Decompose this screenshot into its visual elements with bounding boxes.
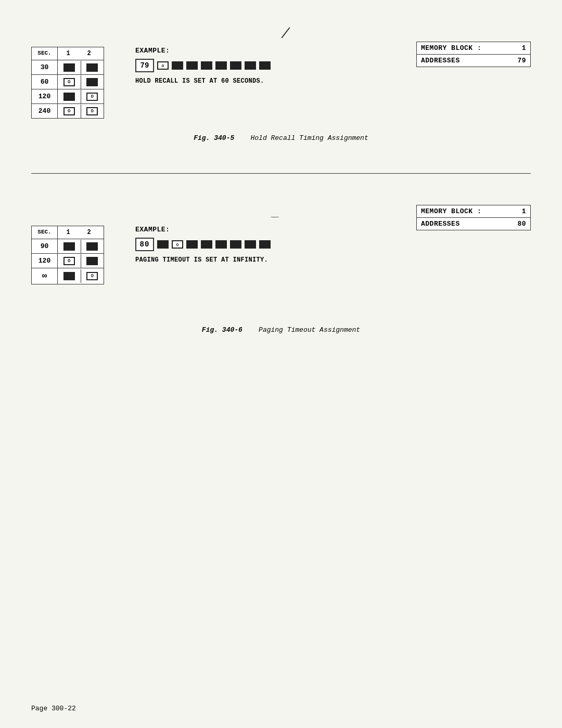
fig-title-2: Paging Timeout Assignment bbox=[259, 326, 360, 334]
slash-mark: / bbox=[281, 26, 290, 42]
figure-caption-1: Fig. 340-5 Hold Recall Timing Assignment bbox=[31, 134, 531, 142]
fig-number-2: Fig. 340-6 bbox=[202, 326, 242, 334]
switch-solid-icon bbox=[63, 242, 75, 251]
table-row: 120 bbox=[32, 254, 104, 268]
table-header-2: SEC. 1 2 bbox=[32, 226, 104, 239]
switch-cell-2 bbox=[81, 90, 104, 103]
addresses-value-1: 79 bbox=[510, 57, 526, 64]
switch-solid-icon bbox=[86, 78, 98, 86]
switch-solid-icon bbox=[186, 61, 198, 70]
switch-circle-icon bbox=[63, 78, 75, 86]
table-row: 30 bbox=[32, 60, 104, 75]
sec-value: 90 bbox=[32, 239, 58, 253]
switch-cells bbox=[58, 105, 104, 118]
switch-solid-icon bbox=[186, 240, 198, 249]
switch-circle-icon bbox=[86, 107, 98, 115]
switch-solid-icon bbox=[259, 61, 271, 70]
switch-solid-icon bbox=[245, 61, 256, 70]
timing-table-2: SEC. 1 2 90 120 ∞ bbox=[31, 226, 104, 284]
switch-circle-icon bbox=[63, 107, 75, 115]
col1-header-1: 1 bbox=[58, 47, 79, 60]
sec-value: 240 bbox=[32, 104, 58, 118]
switch-circle-icon bbox=[63, 257, 75, 265]
switch-solid-icon bbox=[259, 240, 271, 249]
switch-solid-icon bbox=[201, 61, 212, 70]
switch-cell-1 bbox=[58, 240, 81, 253]
memory-block-row-1: MEMORY BLOCK : 1 bbox=[417, 42, 530, 55]
switch-cells bbox=[58, 269, 104, 283]
addresses-row-2: ADDRESSES 80 bbox=[417, 218, 530, 230]
switch-solid-icon bbox=[215, 61, 227, 70]
table-row: 90 bbox=[32, 239, 104, 254]
fig-number-1: Fig. 340-5 bbox=[194, 134, 234, 142]
example-display-1: 79 bbox=[135, 59, 154, 72]
sec-value: ∞ bbox=[32, 268, 58, 284]
sec-value: 120 bbox=[32, 89, 58, 103]
switch-cell-2 bbox=[81, 254, 104, 268]
switch-solid-icon bbox=[63, 272, 75, 280]
table-row: 120 bbox=[32, 89, 104, 104]
table-row: ∞ bbox=[32, 268, 104, 284]
switch-cells bbox=[58, 240, 104, 253]
col2-header-2: 2 bbox=[79, 226, 99, 239]
switch-cells bbox=[58, 90, 104, 103]
switch-cells bbox=[58, 254, 104, 268]
switch-cell-1 bbox=[58, 75, 81, 89]
col2-header-1: 2 bbox=[79, 47, 99, 60]
switch-cell-2 bbox=[81, 240, 104, 253]
switch-solid-icon bbox=[172, 61, 183, 70]
switch-solid-icon bbox=[63, 93, 75, 101]
example-row-2: 80 bbox=[135, 238, 531, 251]
switch-circle-icon bbox=[172, 240, 183, 249]
switch-cell-1 bbox=[58, 254, 81, 268]
switch-circle-icon bbox=[86, 272, 98, 280]
switch-solid-icon bbox=[157, 240, 169, 249]
figure-caption-2: Fig. 340-6 Paging Timeout Assignment bbox=[31, 326, 531, 334]
sec-value: 60 bbox=[32, 75, 58, 89]
addresses-label-2: ADDRESSES bbox=[421, 220, 510, 228]
dash-mark: —— bbox=[271, 213, 278, 221]
section-2: —— MEMORY BLOCK : 1 ADDRESSES 80 SEC. 1 … bbox=[31, 184, 531, 349]
switch-cells bbox=[58, 75, 104, 89]
switch-cell-2 bbox=[81, 269, 104, 283]
memory-block-row-2: MEMORY BLOCK : 1 bbox=[417, 205, 530, 218]
sec-value: 30 bbox=[32, 60, 58, 74]
switch-solid-icon bbox=[86, 242, 98, 251]
timing-table-1: SEC. 1 2 30 60 12 bbox=[31, 47, 104, 119]
col1-header-2: 1 bbox=[58, 226, 79, 239]
memory-block-value-1: 1 bbox=[510, 44, 526, 52]
table-row: 60 bbox=[32, 75, 104, 89]
switch-solid-icon bbox=[86, 257, 98, 265]
sec-header-1: SEC. bbox=[32, 47, 58, 60]
switch-solid-icon bbox=[201, 240, 212, 249]
memory-block-label-2: MEMORY BLOCK : bbox=[421, 207, 510, 215]
switch-cell-2 bbox=[81, 75, 104, 89]
memory-block-box-1: MEMORY BLOCK : 1 ADDRESSES 79 bbox=[416, 42, 531, 67]
switch-solid-icon bbox=[86, 63, 98, 72]
fig-title-1: Hold Recall Timing Assignment bbox=[250, 134, 368, 142]
addresses-value-2: 80 bbox=[510, 220, 526, 228]
memory-block-box-2: MEMORY BLOCK : 1 ADDRESSES 80 bbox=[416, 205, 531, 230]
table-row: 240 bbox=[32, 104, 104, 118]
example-note-2: PAGING TIMEOUT IS SET AT INFINITY. bbox=[135, 256, 531, 264]
switch-cell-1 bbox=[58, 90, 81, 103]
memory-block-label-1: MEMORY BLOCK : bbox=[421, 44, 510, 52]
table-header-1: SEC. 1 2 bbox=[32, 47, 104, 60]
sec-value: 120 bbox=[32, 254, 58, 268]
switch-cell-2 bbox=[81, 105, 104, 118]
switch-cell-1 bbox=[58, 105, 81, 118]
switch-solid-icon bbox=[230, 240, 241, 249]
section-1: / MEMORY BLOCK : 1 ADDRESSES 79 SEC. 1 2… bbox=[31, 21, 531, 163]
switch-solid-icon bbox=[245, 240, 256, 249]
switch-solid-icon bbox=[215, 240, 227, 249]
example-section-2: EXAMPLE: 80 PAGING TIMEOUT IS SET AT INF… bbox=[135, 226, 531, 264]
addresses-label-1: ADDRESSES bbox=[421, 57, 510, 64]
switch-cell-1 bbox=[58, 269, 81, 283]
example-display-2: 80 bbox=[135, 238, 154, 251]
switch-cell-1 bbox=[58, 61, 81, 74]
section-divider bbox=[31, 173, 531, 174]
sec-header-2: SEC. bbox=[32, 226, 58, 239]
addresses-row-1: ADDRESSES 79 bbox=[417, 55, 530, 67]
switch-solid-icon bbox=[63, 63, 75, 72]
timing-container-2: SEC. 1 2 90 120 ∞ bbox=[31, 226, 531, 284]
